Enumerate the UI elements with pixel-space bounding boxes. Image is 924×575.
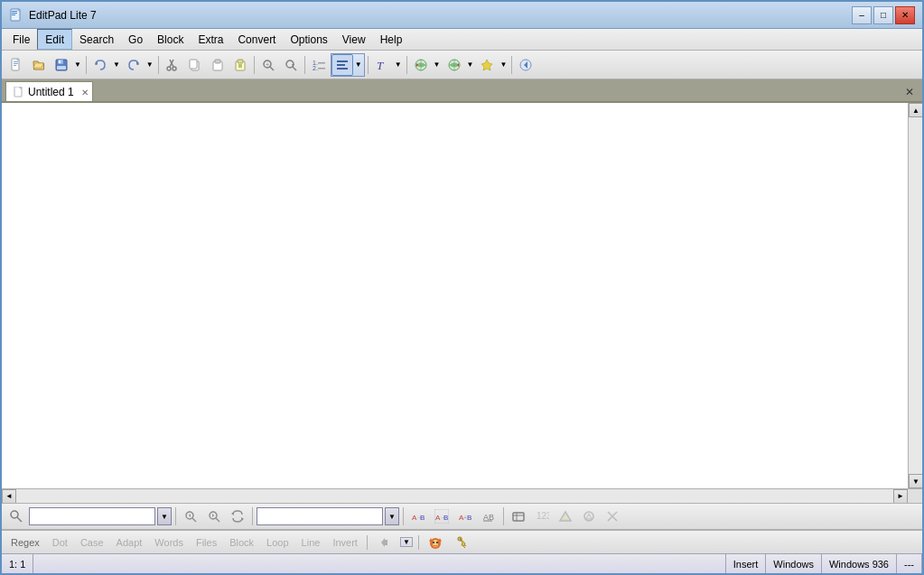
minimize-button[interactable]: – xyxy=(852,6,872,24)
search-icon-button[interactable] xyxy=(5,505,27,527)
search-files-btn2[interactable]: A → B xyxy=(431,505,453,527)
search-tool-btn5[interactable] xyxy=(602,505,623,527)
find-next-button[interactable] xyxy=(280,54,302,76)
svg-marker-60 xyxy=(231,512,234,515)
menu-go[interactable]: Go xyxy=(121,29,150,50)
enc-left-arrow[interactable]: ▼ xyxy=(432,60,443,69)
search-dropdown[interactable]: ▼ xyxy=(157,507,172,525)
svg-rect-2 xyxy=(12,13,17,14)
tab-close-button[interactable]: ✕ xyxy=(81,87,89,97)
tab-bar: Untitled 1 ✕ ✕ xyxy=(2,79,922,103)
opt-dot[interactable]: Dot xyxy=(49,536,71,549)
redo-button[interactable] xyxy=(123,54,145,76)
svg-point-18 xyxy=(167,67,171,70)
color-group: ▼ xyxy=(476,54,509,76)
opt-arrow-dropdown[interactable]: ▼ xyxy=(401,538,412,546)
tab-file-icon xyxy=(14,87,24,97)
menu-view[interactable]: View xyxy=(335,29,373,50)
save-button[interactable] xyxy=(51,54,72,76)
search-tool-btn4[interactable] xyxy=(578,505,600,527)
search-tool-btn2[interactable]: 123 xyxy=(531,505,553,527)
menu-search[interactable]: Search xyxy=(72,29,121,50)
enc-left-button[interactable] xyxy=(410,54,432,76)
tab-untitled1[interactable]: Untitled 1 ✕ xyxy=(5,81,93,101)
font-button[interactable]: T xyxy=(371,54,393,76)
replace-button[interactable] xyxy=(227,505,248,527)
scroll-right-button[interactable]: ► xyxy=(893,489,908,504)
svg-point-52 xyxy=(11,511,18,518)
menu-convert[interactable]: Convert xyxy=(230,29,283,50)
copy-button[interactable] xyxy=(184,54,206,76)
horizontal-scrollbar[interactable]: ◄ ► xyxy=(2,488,922,503)
opt-back-button[interactable] xyxy=(373,532,395,553)
separator-2 xyxy=(158,56,159,74)
tab-area-close[interactable]: ✕ xyxy=(901,83,919,101)
vertical-scrollbar[interactable]: ▲ ▼ xyxy=(908,103,922,488)
redo-arrow[interactable]: ▼ xyxy=(145,60,155,69)
editor-wrapper: ▲ ▼ xyxy=(2,103,922,488)
opt-words[interactable]: Words xyxy=(151,536,187,549)
paste-button[interactable] xyxy=(207,54,229,76)
svg-rect-40 xyxy=(337,68,348,70)
scroll-track-h[interactable] xyxy=(16,489,893,503)
search-next-button[interactable] xyxy=(203,505,225,527)
scroll-down-button[interactable]: ▼ xyxy=(909,474,922,488)
svg-line-58 xyxy=(216,518,219,522)
search-input[interactable] xyxy=(29,507,155,525)
opt-block[interactable]: Block xyxy=(226,536,257,549)
enc-right-button[interactable] xyxy=(443,54,465,76)
menu-edit[interactable]: Edit xyxy=(37,29,72,50)
menu-help[interactable]: Help xyxy=(373,29,410,50)
close-button[interactable]: ✕ xyxy=(895,6,915,24)
search-files-btn1[interactable]: A → B xyxy=(407,505,429,527)
menu-extra[interactable]: Extra xyxy=(191,29,230,50)
fox-button[interactable] xyxy=(425,532,446,553)
align-left-button[interactable] xyxy=(331,54,353,76)
separator-6 xyxy=(406,56,407,74)
scroll-track-v[interactable] xyxy=(909,117,922,474)
numbering-button[interactable]: 1. 2. xyxy=(308,54,330,76)
save-arrow[interactable]: ▼ xyxy=(72,60,83,69)
find-button[interactable]: + xyxy=(257,54,279,76)
cut-button[interactable] xyxy=(162,54,183,76)
opt-line[interactable]: Line xyxy=(298,536,324,549)
editor-textarea[interactable] xyxy=(2,103,908,488)
undo-arrow[interactable]: ▼ xyxy=(111,60,122,69)
color-button[interactable] xyxy=(476,54,498,76)
menu-file[interactable]: File xyxy=(5,29,37,50)
prev-button[interactable] xyxy=(515,54,537,76)
key-button[interactable] xyxy=(452,532,473,553)
layout-btn-group: ▼ xyxy=(331,53,365,77)
replace-dropdown[interactable]: ▼ xyxy=(385,507,399,525)
font-group: T ▼ xyxy=(371,54,404,76)
scroll-left-button[interactable]: ◄ xyxy=(2,489,16,504)
open-button[interactable] xyxy=(28,54,50,76)
align-arrow[interactable]: ▼ xyxy=(353,60,364,69)
search-tool-btn1[interactable] xyxy=(508,505,529,527)
menu-options[interactable]: Options xyxy=(283,29,334,50)
maximize-button[interactable]: □ xyxy=(873,6,893,24)
search-files-btn4[interactable]: AB xyxy=(478,505,499,527)
color-arrow[interactable]: ▼ xyxy=(498,60,509,69)
opt-files[interactable]: Files xyxy=(192,536,220,549)
menu-block[interactable]: Block xyxy=(150,29,191,50)
enc-right-arrow[interactable]: ▼ xyxy=(465,60,476,69)
new-button[interactable] xyxy=(5,54,27,76)
opt-regex[interactable]: Regex xyxy=(7,536,43,549)
search-prev-button[interactable] xyxy=(180,505,201,527)
sep-s2 xyxy=(252,507,253,525)
opt-case[interactable]: Case xyxy=(77,536,107,549)
svg-rect-12 xyxy=(59,60,61,63)
paste-special-button[interactable] xyxy=(229,54,251,76)
scroll-up-button[interactable]: ▲ xyxy=(909,103,922,117)
font-arrow[interactable]: ▼ xyxy=(393,60,404,69)
search-tool-btn3[interactable] xyxy=(555,505,576,527)
opt-adapt[interactable]: Adapt xyxy=(113,536,146,549)
search-files-btn3[interactable]: A + B xyxy=(454,505,476,527)
undo-button[interactable] xyxy=(89,54,111,76)
opt-invert[interactable]: Invert xyxy=(329,536,361,549)
opt-loop[interactable]: Loop xyxy=(263,536,292,549)
replace-input[interactable] xyxy=(257,507,383,525)
svg-rect-13 xyxy=(57,66,66,70)
status-position: 1: 1 xyxy=(2,554,33,573)
